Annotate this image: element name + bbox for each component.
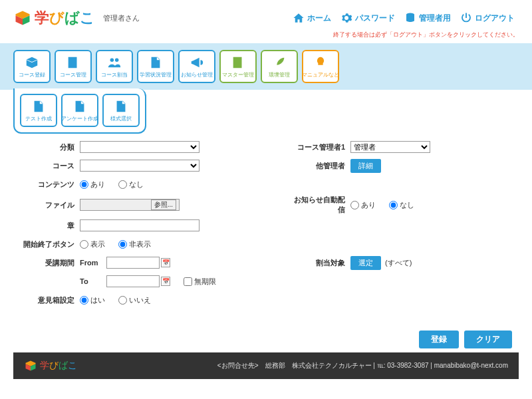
label-other-instructor: 他管理者 (291, 161, 350, 171)
contents-no-radio[interactable]: なし (118, 180, 144, 190)
label-period: 受講期間 (20, 258, 80, 268)
svg-point-2 (115, 58, 119, 62)
gear-icon (340, 12, 352, 24)
label-category: 分類 (20, 142, 80, 152)
label-auto-notify: お知らせ自動配信 (291, 195, 350, 215)
calendar-icon[interactable] (161, 277, 170, 286)
notify-yes-radio[interactable]: あり (350, 200, 376, 210)
footer: 学びばこ <お問合せ先> 総務部 株式会社テクノカルチャー | ℡: 03-39… (13, 352, 519, 379)
header: 学びばこ 管理者さん ホーム パスワード 管理者用 ログアウト (0, 0, 532, 31)
label-target: 割当対象 (291, 258, 350, 268)
logout-notice: 終了する場合は必ず「ログアウト」ボタンをクリックしてください。 (0, 31, 532, 43)
form-actions: 登録 クリア (0, 324, 532, 355)
box-logo-icon (24, 359, 37, 372)
current-user: 管理者さん (103, 13, 140, 23)
home-icon (293, 12, 305, 24)
box-icon (25, 55, 39, 70)
label-file: ファイル (20, 200, 80, 210)
subnav-tab-0[interactable]: テスト作成 (20, 94, 57, 127)
bulb-icon (313, 55, 328, 70)
svg-point-1 (110, 58, 114, 62)
book-icon (231, 55, 245, 70)
label-chapter: 章 (20, 221, 80, 231)
notify-no-radio[interactable]: なし (389, 200, 414, 210)
chapter-input[interactable] (80, 219, 200, 231)
people-icon (107, 55, 122, 70)
subnav-tab-1[interactable]: アンケート作成 (61, 94, 98, 127)
doc-icon (114, 99, 128, 114)
password-link[interactable]: パスワード (336, 12, 399, 24)
power-icon (460, 12, 472, 24)
nav-tab-3[interactable]: 学習状況管理 (137, 50, 174, 83)
megaphone-icon (190, 55, 204, 70)
reanswer-yes-radio[interactable]: はい (80, 295, 105, 305)
doc-icon (31, 99, 46, 114)
course-form: 分類 コース管理者1管理者 コース 他管理者詳細 コンテンツ あり なし ファイ… (0, 135, 532, 324)
admin-link[interactable]: 管理者用 (400, 12, 455, 24)
label-end-button: 開始終了ボタン (20, 239, 80, 249)
nav-tab-1[interactable]: コース管理 (55, 50, 92, 83)
box-logo-icon (13, 9, 32, 27)
nav-tab-6[interactable]: 環境管理 (261, 50, 298, 83)
nav-tab-7[interactable]: マニュアルなど (302, 50, 339, 83)
endbtn-hide-radio[interactable]: 非表示 (118, 239, 151, 249)
database-icon (404, 12, 416, 24)
select-target-button[interactable]: 選定 (350, 256, 381, 270)
category-select[interactable] (80, 141, 200, 153)
clear-button[interactable]: クリア (464, 331, 512, 348)
nav-tab-5[interactable]: マスター管理 (219, 50, 257, 83)
brand-text: 学びばこ (35, 8, 95, 28)
logo: 学びばこ (13, 8, 95, 28)
label-reanswer: 意見箱設定 (20, 295, 80, 305)
endbtn-show-radio[interactable]: 表示 (80, 239, 105, 249)
course-select[interactable] (80, 160, 200, 172)
file-browse-button[interactable]: 参照... (151, 200, 176, 210)
logout-link[interactable]: ログアウト (456, 12, 519, 24)
nav-tab-0[interactable]: コース登録 (13, 50, 51, 83)
unlimited-checkbox[interactable]: 無期限 (184, 277, 216, 287)
submit-button[interactable]: 登録 (419, 331, 459, 348)
label-contents: コンテンツ (20, 180, 80, 190)
label-instructor1: コース管理者1 (291, 142, 350, 152)
footer-brand: 学びばこ (40, 360, 77, 372)
to-date-input[interactable] (106, 275, 160, 287)
target-all-text: (すべて) (385, 258, 412, 268)
footer-contact: <お問合せ先> 総務部 株式会社テクノカルチャー | ℡: 03-3982-30… (217, 361, 508, 370)
doc-icon (72, 99, 87, 114)
doc-icon (148, 55, 163, 70)
nav-tab-2[interactable]: コース割当 (96, 50, 133, 83)
detail-button[interactable]: 詳細 (350, 159, 381, 173)
subnav-tab-2[interactable]: 様式選択 (102, 94, 140, 127)
book-icon (66, 55, 80, 70)
file-input[interactable]: 参照... (80, 199, 180, 211)
home-link[interactable]: ホーム (289, 12, 335, 24)
sub-nav: テスト作成アンケート作成様式選択 (13, 88, 146, 134)
contents-yes-radio[interactable]: あり (80, 180, 105, 190)
main-nav: コース登録コース管理コース割当学習状況管理お知らせ管理マスター管理環境管理マニュ… (0, 43, 532, 90)
label-from: From (80, 259, 106, 267)
instructor1-select[interactable]: 管理者 (350, 141, 430, 153)
calendar-icon[interactable] (161, 258, 170, 267)
feather-icon (272, 55, 287, 70)
from-date-input[interactable] (106, 257, 160, 269)
reanswer-no-radio[interactable]: いいえ (118, 295, 151, 305)
label-course: コース (20, 161, 80, 171)
label-to: To (80, 277, 106, 285)
nav-tab-4[interactable]: お知らせ管理 (178, 50, 215, 83)
